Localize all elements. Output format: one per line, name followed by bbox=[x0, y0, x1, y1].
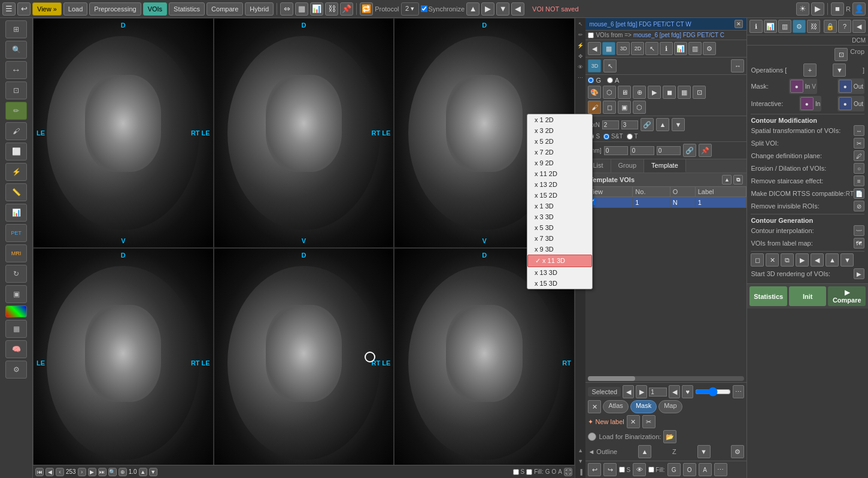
vp-bar-columns[interactable]: ▐ bbox=[576, 467, 585, 477]
cursor-btn[interactable]: ↖ bbox=[603, 59, 617, 72]
square-icon[interactable]: ■ bbox=[831, 2, 844, 16]
erosion-btn[interactable]: ○ bbox=[854, 163, 864, 174]
more-btn[interactable]: ⋯ bbox=[714, 463, 727, 476]
ctrl-info-btn[interactable]: ℹ bbox=[749, 20, 763, 33]
rxn-input1[interactable] bbox=[602, 120, 619, 129]
st-radio-label[interactable]: S&T bbox=[603, 133, 623, 140]
dd-x15-3d[interactable]: x 15 3D bbox=[527, 278, 592, 289]
t-radio[interactable] bbox=[627, 134, 633, 140]
ctrl-lock-btn[interactable]: 🔒 bbox=[824, 20, 837, 33]
voi-draw-icon[interactable]: ✏ bbox=[5, 102, 27, 120]
viewport-r1c2[interactable]: D RT LE V bbox=[214, 18, 394, 248]
compare-button[interactable]: Compare bbox=[207, 2, 243, 16]
vol-icon3[interactable]: 🖥 bbox=[618, 86, 631, 99]
vp-bb-prev-frame[interactable]: ◀ bbox=[45, 468, 54, 476]
vois-from-checkbox[interactable] bbox=[588, 32, 594, 38]
hybrid-button[interactable]: Hybrid bbox=[245, 2, 274, 16]
radio-a-label[interactable]: A bbox=[607, 77, 619, 84]
vol-icon6[interactable]: ◼ bbox=[663, 86, 676, 99]
dd-x15-2d[interactable]: x 15 2D bbox=[527, 190, 592, 201]
radio-g[interactable] bbox=[588, 77, 594, 83]
vp-bb-next-small[interactable]: › bbox=[78, 468, 86, 476]
vp-bar-wand[interactable]: ⚡ bbox=[576, 41, 585, 50]
extra-icon[interactable]: ⚙ bbox=[5, 361, 27, 379]
view-3d-btn[interactable]: 3D bbox=[588, 59, 601, 72]
rotate-icon[interactable]: ↻ bbox=[5, 265, 27, 283]
remove-invisible-btn[interactable]: ⊘ bbox=[854, 201, 864, 211]
spatial-transform-btn[interactable]: ↔ bbox=[854, 125, 864, 136]
mm-input1[interactable] bbox=[604, 146, 628, 155]
viewport-r2c1[interactable]: D LE RT LE V bbox=[33, 248, 214, 478]
ctrl-bar-btn[interactable]: ▥ bbox=[778, 20, 791, 33]
fill-checkbox[interactable] bbox=[526, 469, 532, 475]
ctrl-toggle-btn[interactable]: ◀ bbox=[852, 20, 866, 33]
vp-bar-expand-up[interactable]: ▲ bbox=[576, 446, 585, 455]
cb-icon1[interactable]: ◻ bbox=[751, 253, 764, 267]
mask-out-icon[interactable]: ● bbox=[839, 80, 852, 93]
view-ctrl-1[interactable]: ◀ bbox=[588, 42, 601, 55]
view-ctrl-3d-btn[interactable]: 3D bbox=[617, 42, 630, 55]
layers-icon[interactable]: ▦ bbox=[5, 320, 27, 338]
cb-icon7[interactable]: ▼ bbox=[840, 253, 854, 267]
load-button[interactable]: Load bbox=[63, 2, 87, 16]
ctrl-question-btn[interactable]: ? bbox=[838, 20, 851, 33]
vp-bar-cursor[interactable]: ↖ bbox=[576, 19, 585, 29]
radio-g-label[interactable]: G bbox=[588, 77, 601, 84]
stats-mini-icon[interactable]: 📊 bbox=[5, 204, 27, 222]
vois-button[interactable]: VOIs bbox=[143, 2, 167, 16]
a-radio-btn[interactable]: A bbox=[699, 463, 712, 476]
layout-arrow-btn[interactable]: ↔ bbox=[731, 59, 744, 72]
o-radio-btn[interactable]: O bbox=[683, 463, 696, 476]
arrow-nav-down[interactable]: ▼ bbox=[496, 2, 509, 16]
selected-next-btn[interactable]: ▶ bbox=[636, 385, 647, 398]
selected-more-btn[interactable]: ⋯ bbox=[733, 385, 744, 398]
vp-bar-move[interactable]: ✥ bbox=[576, 52, 585, 61]
vois-from-map-btn[interactable]: 🗺 bbox=[854, 238, 864, 249]
init-action-btn[interactable]: Init bbox=[789, 286, 827, 306]
vol-icon8[interactable]: ⊡ bbox=[693, 86, 706, 99]
tag-close-btn[interactable]: ✕ bbox=[588, 400, 601, 413]
hamburger-menu-icon[interactable]: ☰ bbox=[2, 2, 16, 16]
operations-down-btn[interactable]: ▼ bbox=[833, 63, 846, 77]
cb-icon5[interactable]: ◀ bbox=[811, 253, 824, 267]
vp-bar-dots[interactable]: ⋯ bbox=[576, 73, 585, 83]
vp-bar-eye[interactable]: 👁 bbox=[576, 62, 585, 72]
brightness-icon[interactable]: ☀ bbox=[796, 2, 809, 16]
vol-icon2[interactable]: ⬡ bbox=[603, 86, 616, 99]
view-ctrl-chart[interactable]: 📊 bbox=[674, 42, 687, 55]
vol-icon1[interactable]: 🎨 bbox=[588, 86, 601, 99]
view-ctrl-info[interactable]: ℹ bbox=[660, 42, 673, 55]
undo-btn[interactable]: ↩ bbox=[588, 463, 601, 476]
outline-down-btn[interactable]: ▼ bbox=[697, 445, 711, 458]
arrow-nav-up[interactable]: ▲ bbox=[466, 2, 479, 16]
mm-input2[interactable] bbox=[630, 146, 654, 155]
rxn-down-btn[interactable]: ▼ bbox=[672, 118, 685, 131]
dataset-close-btn[interactable]: ✕ bbox=[735, 20, 743, 28]
back-icon[interactable]: ↩ bbox=[17, 2, 31, 16]
vp-bar-pencil[interactable]: ✏ bbox=[576, 30, 585, 40]
operations-plus-btn[interactable]: + bbox=[803, 63, 817, 77]
pin-icon[interactable]: 📌 bbox=[340, 2, 353, 16]
vp-bb-zoom-out[interactable]: 🔍 bbox=[108, 468, 117, 476]
interactive-in-icon[interactable]: ● bbox=[800, 97, 814, 110]
vol-icon10[interactable]: ◻ bbox=[603, 101, 616, 114]
t-radio-label[interactable]: T bbox=[627, 133, 638, 140]
selected-nav-btn[interactable]: ◀ bbox=[669, 385, 680, 398]
chain-icon[interactable]: ⛓ bbox=[325, 2, 338, 16]
dd-x9-2d[interactable]: x 9 2D bbox=[527, 158, 592, 168]
change-def-plane-btn[interactable]: 🖊 bbox=[854, 150, 864, 161]
vol-icon7[interactable]: ▦ bbox=[678, 86, 691, 99]
table-row[interactable]: 1 N 1 bbox=[586, 197, 746, 208]
colormap-icon[interactable] bbox=[5, 305, 27, 317]
arrow-nav-left-btn[interactable]: ◀ bbox=[511, 2, 524, 16]
vp-bb-next-frame[interactable]: ▶ bbox=[88, 468, 96, 476]
remove-staircase-btn[interactable]: ≡ bbox=[854, 176, 864, 186]
forward-icon[interactable]: ▶ bbox=[811, 2, 824, 16]
dd-x5-3d[interactable]: x 5 3D bbox=[527, 222, 592, 233]
ctrl-gear-btn[interactable]: ⚙ bbox=[793, 20, 806, 33]
vol-icon5[interactable]: ▶ bbox=[648, 86, 661, 99]
brain-icon[interactable]: 🧠 bbox=[5, 340, 27, 358]
statistics-action-btn[interactable]: Statistics bbox=[749, 286, 787, 306]
vol-icon4[interactable]: ⊕ bbox=[633, 86, 646, 99]
vp-bb-first-frame[interactable]: ⏮ bbox=[35, 468, 44, 476]
